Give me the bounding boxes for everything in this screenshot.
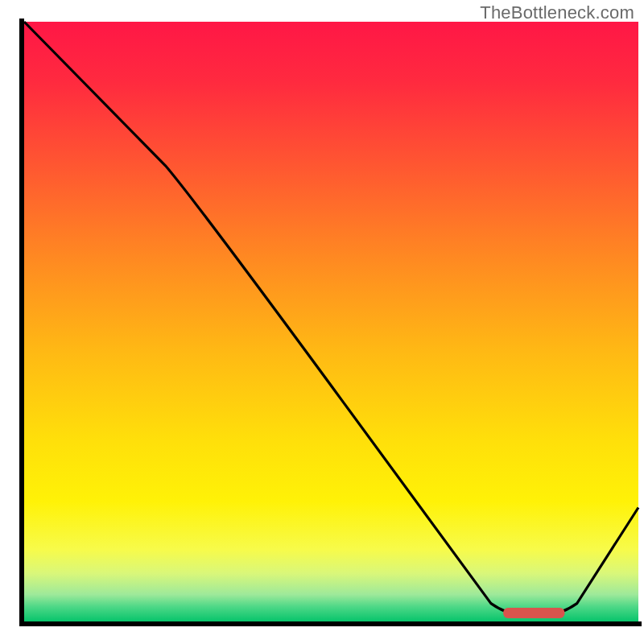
bottleneck-chart xyxy=(0,0,644,644)
gradient-background xyxy=(24,22,638,621)
watermark-text: TheBottleneck.com xyxy=(480,2,634,23)
optimal-range-marker xyxy=(503,608,564,618)
chart-container: TheBottleneck.com xyxy=(0,0,644,644)
